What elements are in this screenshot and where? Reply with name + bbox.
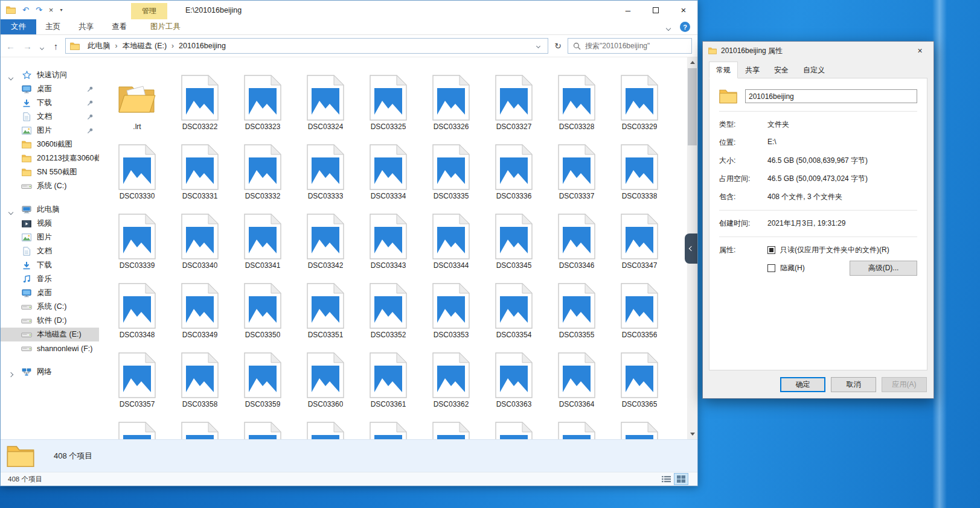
file-item[interactable]: DSC03350 xyxy=(231,282,294,351)
sidebar-item[interactable]: 软件 (D:) xyxy=(1,314,99,328)
chevron-down-icon[interactable] xyxy=(9,208,13,216)
sidebar-section-1[interactable]: 此电脑 xyxy=(1,203,99,217)
tab-sharing[interactable]: 共享 xyxy=(738,62,767,78)
file-item[interactable]: DSC03340 xyxy=(168,212,231,282)
file-item[interactable]: DSC03341 xyxy=(231,212,294,282)
file-item[interactable]: DSC03336 xyxy=(482,143,545,212)
scroll-up-icon[interactable] xyxy=(687,57,697,68)
sidebar-section-2[interactable]: 网络 xyxy=(1,365,99,379)
file-item[interactable]: DSC03343 xyxy=(357,212,420,282)
cancel-button[interactable]: 取消 xyxy=(831,377,876,392)
refresh-icon[interactable]: ↻ xyxy=(550,41,566,51)
file-item[interactable]: DSC03327 xyxy=(482,74,545,143)
file-item[interactable]: DSC03356 xyxy=(608,282,671,351)
undo-icon[interactable]: ↶ xyxy=(22,5,29,14)
chevron-right-icon[interactable] xyxy=(9,370,13,378)
file-item[interactable]: DSC03329 xyxy=(608,74,671,143)
file-item[interactable]: DSC03365 xyxy=(608,351,671,421)
file-item[interactable]: DSC03358 xyxy=(168,351,231,421)
tab-security[interactable]: 安全 xyxy=(767,62,796,78)
tab-share[interactable]: 共享 xyxy=(69,19,103,34)
sidebar-item[interactable]: 3060ti截图 xyxy=(1,138,99,151)
sidebar-item[interactable]: 系统 (C:) xyxy=(1,179,99,193)
thumbnail-view-button[interactable] xyxy=(674,474,688,484)
tab-customize[interactable]: 自定义 xyxy=(796,62,832,78)
breadcrumb-current-folder[interactable]: 201016beijing xyxy=(175,42,229,50)
file-item[interactable]: DSC03324 xyxy=(294,74,357,143)
sidebar-item[interactable]: 本地磁盘 (E:) xyxy=(1,328,99,341)
chevron-down-icon[interactable] xyxy=(9,73,13,81)
file-item[interactable]: DSC03361 xyxy=(357,351,420,421)
sidebar-item[interactable]: 视频 xyxy=(1,217,99,230)
sidebar-item[interactable]: 音乐 xyxy=(1,272,99,286)
file-item[interactable]: DSC03363 xyxy=(482,351,545,421)
file-item[interactable] xyxy=(545,421,608,439)
file-item[interactable]: DSC03347 xyxy=(608,212,671,282)
minimize-button[interactable]: – xyxy=(614,1,642,19)
tab-picture-tools[interactable]: 图片工具 xyxy=(141,19,190,34)
sidebar-item[interactable]: shannonlewi (F:) xyxy=(1,341,99,355)
file-item[interactable]: DSC03334 xyxy=(357,143,420,212)
maximize-button[interactable] xyxy=(642,1,670,19)
file-item[interactable]: DSC03323 xyxy=(231,74,294,143)
docked-panel-handle[interactable] xyxy=(685,233,697,264)
file-item[interactable]: DSC03357 xyxy=(106,351,168,421)
breadcrumb[interactable]: 此电脑 › 本地磁盘 (E:) › 201016beijing xyxy=(65,38,548,54)
file-item[interactable]: DSC03325 xyxy=(357,74,420,143)
breadcrumb-this-pc[interactable]: 此电脑 xyxy=(84,41,114,51)
breadcrumb-drive-e[interactable]: 本地磁盘 (E:) xyxy=(119,41,171,51)
tab-file[interactable]: 文件 xyxy=(1,19,36,34)
file-item[interactable]: DSC03342 xyxy=(294,212,357,282)
file-item[interactable]: DSC03346 xyxy=(545,212,608,282)
history-dropdown-icon[interactable] xyxy=(37,41,46,51)
tab-general[interactable]: 常规 xyxy=(709,62,738,78)
advanced-button[interactable]: 高级(D)... xyxy=(850,261,917,276)
file-item[interactable]: DSC03362 xyxy=(420,351,482,421)
tab-view[interactable]: 查看 xyxy=(103,19,136,34)
file-item[interactable]: DSC03332 xyxy=(231,143,294,212)
file-item[interactable]: DSC03364 xyxy=(545,351,608,421)
forward-button[interactable]: → xyxy=(20,41,35,51)
sidebar-item[interactable]: 桌面 xyxy=(1,82,99,96)
file-item[interactable]: DSC03330 xyxy=(106,143,168,212)
file-item[interactable]: DSC03355 xyxy=(545,282,608,351)
dialog-close-button[interactable]: × xyxy=(906,42,934,60)
app-icon[interactable] xyxy=(6,6,16,14)
file-item[interactable] xyxy=(231,421,294,439)
file-item[interactable]: DSC03345 xyxy=(482,212,545,282)
scrollbar-thumb[interactable] xyxy=(688,68,697,145)
file-item[interactable]: DSC03328 xyxy=(545,74,608,143)
scroll-down-icon[interactable] xyxy=(687,429,697,439)
ribbon-collapse-icon[interactable] xyxy=(667,22,670,33)
file-item[interactable]: DSC03352 xyxy=(357,282,420,351)
file-item[interactable]: DSC03337 xyxy=(545,143,608,212)
qat-close-icon[interactable]: × xyxy=(49,5,54,14)
file-item[interactable]: DSC03335 xyxy=(420,143,482,212)
up-button[interactable]: ↑ xyxy=(48,41,63,51)
file-item[interactable] xyxy=(357,421,420,439)
file-item[interactable]: DSC03338 xyxy=(608,143,671,212)
sidebar-item[interactable]: 下载 xyxy=(1,258,99,272)
contextual-tab-manage[interactable]: 管理 xyxy=(131,3,167,19)
sidebar-item[interactable]: 下载 xyxy=(1,96,99,110)
redo-icon[interactable]: ↷ xyxy=(36,5,42,14)
file-item[interactable]: .lrt xyxy=(106,74,168,143)
sidebar-item[interactable]: 系统 (C:) xyxy=(1,300,99,314)
sidebar-item[interactable]: 桌面 xyxy=(1,286,99,300)
file-item[interactable]: DSC03331 xyxy=(168,143,231,212)
file-item[interactable]: DSC03326 xyxy=(420,74,482,143)
tab-home[interactable]: 主页 xyxy=(36,19,69,34)
ok-button[interactable]: 确定 xyxy=(780,377,825,392)
file-item[interactable] xyxy=(106,421,168,439)
sidebar-item[interactable]: 图片 xyxy=(1,124,99,138)
file-item[interactable] xyxy=(608,421,671,439)
file-item[interactable] xyxy=(482,421,545,439)
file-item[interactable]: DSC03333 xyxy=(294,143,357,212)
sidebar-item[interactable]: 图片 xyxy=(1,230,99,244)
file-item[interactable] xyxy=(420,421,482,439)
readonly-checkbox[interactable] xyxy=(767,246,775,254)
sidebar-item[interactable]: SN 550截图 xyxy=(1,165,99,179)
sidebar-item[interactable]: 文档 xyxy=(1,244,99,258)
sidebar-item[interactable]: 201213技嘉3060截图 xyxy=(1,151,99,165)
file-item[interactable]: DSC03348 xyxy=(106,282,168,351)
